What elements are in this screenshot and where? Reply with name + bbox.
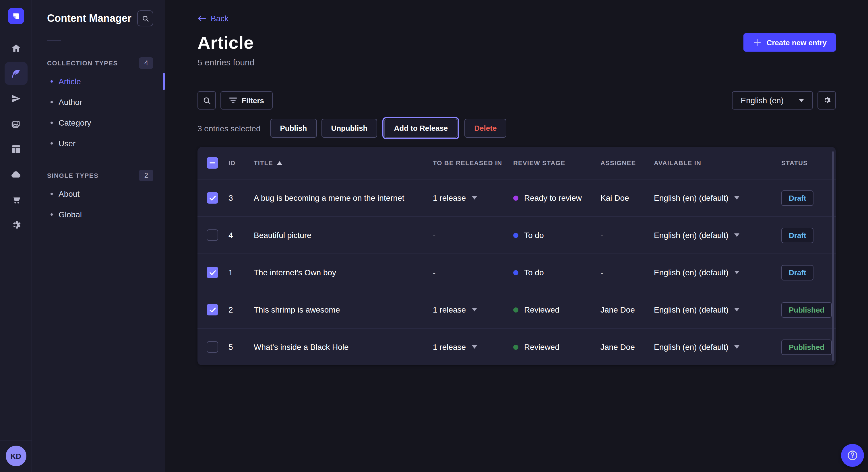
plus-icon — [753, 38, 762, 47]
cell-review-stage: To do — [513, 231, 600, 240]
row-checkbox[interactable] — [207, 304, 218, 315]
settings-gear-icon[interactable] — [4, 213, 27, 236]
table-row[interactable]: 3 A bug is becoming a meme on the intern… — [197, 179, 836, 216]
row-checkbox[interactable] — [207, 192, 218, 204]
unpublish-button[interactable]: Unpublish — [321, 119, 377, 138]
table-row[interactable]: 1 The internet's Own boy - To do - Engli… — [197, 254, 836, 291]
sidebar-item-about[interactable]: About — [32, 183, 165, 204]
view-settings-button[interactable] — [817, 91, 836, 109]
stage-dot-icon — [513, 307, 518, 312]
sidebar-item-author[interactable]: Author — [32, 92, 165, 112]
column-header-to-be-released-in: TO BE RELEASED IN — [433, 160, 513, 166]
status-badge: Draft — [781, 227, 814, 243]
cell-id: 5 — [228, 342, 254, 351]
cell-available-in[interactable]: English (en) (default) — [654, 231, 781, 240]
media-library-images-icon[interactable] — [4, 112, 27, 135]
sidebar-item-category[interactable]: Category — [32, 112, 165, 133]
icon-rail: KD — [0, 0, 32, 472]
delete-button[interactable]: Delete — [464, 119, 506, 138]
chevron-down-icon — [472, 345, 477, 349]
sidebar-item-label: User — [59, 139, 75, 148]
cell-title: The internet's Own boy — [254, 268, 433, 277]
cell-id: 2 — [228, 305, 254, 314]
releases-paper-plane-icon[interactable] — [4, 87, 27, 110]
collection-types-section: COLLECTION TYPES 4 Article Author Catego… — [32, 55, 165, 154]
chevron-down-icon — [734, 308, 739, 311]
sidebar-item-label: About — [59, 189, 80, 198]
add-to-release-button[interactable]: Add to Release — [384, 119, 458, 138]
select-all-checkbox[interactable] — [207, 157, 218, 169]
create-new-entry-button[interactable]: Create new entry — [743, 33, 836, 52]
back-link[interactable]: Back — [197, 14, 228, 23]
entries-table: ID TITLE TO BE RELEASED IN REVIEW STAGE … — [197, 147, 836, 365]
arrow-left-icon — [197, 15, 206, 22]
stage-dot-icon — [513, 344, 518, 349]
row-checkbox[interactable] — [207, 229, 218, 241]
sidebar-title: Content Manager — [47, 12, 131, 24]
page-title: Article — [197, 33, 836, 53]
active-indicator — [163, 73, 165, 90]
chevron-down-icon — [734, 345, 739, 349]
cell-available-in[interactable]: English (en) (default) — [654, 342, 781, 351]
selection-row: 3 entries selected Publish Unpublish Add… — [197, 119, 836, 138]
marketplace-cart-icon[interactable] — [4, 188, 27, 211]
publish-button[interactable]: Publish — [270, 119, 317, 138]
entries-count: 5 entries found — [197, 57, 836, 67]
help-button[interactable] — [841, 444, 864, 467]
cell-title: Beautiful picture — [254, 231, 433, 240]
bullet-icon — [51, 193, 53, 195]
filters-button[interactable]: Filters — [220, 91, 273, 109]
cell-available-in[interactable]: English (en) (default) — [654, 268, 781, 277]
cell-title: What's inside a Black Hole — [254, 342, 433, 351]
sidebar-item-global[interactable]: Global — [32, 204, 165, 225]
sidebar-item-user[interactable]: User — [32, 133, 165, 154]
cell-available-in[interactable]: English (en) (default) — [654, 305, 781, 314]
cell-release: - — [433, 231, 513, 240]
content-type-builder-layout-icon[interactable] — [4, 138, 27, 161]
locale-select[interactable]: English (en) — [732, 91, 813, 109]
row-checkbox[interactable] — [207, 341, 218, 353]
row-checkbox[interactable] — [207, 267, 218, 278]
section-label: COLLECTION TYPES — [47, 60, 118, 67]
chevron-down-icon — [472, 196, 477, 200]
cell-release[interactable]: 1 release — [433, 305, 513, 314]
column-header-title[interactable]: TITLE — [254, 160, 433, 166]
home-icon[interactable] — [4, 37, 27, 60]
main-content: Back Article 5 entries found Create new … — [165, 0, 868, 472]
rail-nav — [4, 37, 27, 239]
cell-title: A bug is becoming a meme on the internet — [254, 193, 433, 202]
table-row[interactable]: 2 This shrimp is awesome 1 release Revie… — [197, 291, 836, 328]
content-manager-feather-icon[interactable] — [4, 62, 27, 85]
column-header-assignee: ASSIGNEE — [600, 160, 654, 166]
search-icon — [142, 14, 149, 22]
stage-dot-icon — [513, 195, 518, 200]
column-header-id[interactable]: ID — [228, 160, 254, 166]
deploy-cloud-icon[interactable] — [4, 163, 27, 186]
bullet-icon — [51, 122, 53, 124]
gear-icon — [822, 96, 831, 105]
chevron-down-icon — [734, 196, 739, 200]
sort-asc-icon — [276, 161, 282, 165]
column-header-status: STATUS — [781, 160, 836, 166]
sidebar-item-article[interactable]: Article — [32, 71, 165, 92]
table-scrollbar[interactable] — [832, 151, 834, 361]
cell-available-in[interactable]: English (en) (default) — [654, 193, 781, 202]
status-badge: Draft — [781, 190, 814, 206]
bullet-icon — [51, 101, 53, 103]
chevron-down-icon — [734, 271, 739, 274]
cell-review-stage: Reviewed — [513, 342, 600, 351]
cell-release[interactable]: 1 release — [433, 193, 513, 202]
table-row[interactable]: 4 Beautiful picture - To do - English (e… — [197, 216, 836, 254]
filter-icon — [229, 97, 237, 104]
search-button[interactable] — [197, 91, 216, 109]
status-badge: Published — [781, 339, 832, 355]
user-avatar[interactable]: KD — [5, 446, 26, 466]
cell-assignee: Kai Doe — [600, 193, 654, 202]
status-badge: Published — [781, 302, 832, 317]
table-row[interactable]: 5 What's inside a Black Hole 1 release R… — [197, 328, 836, 365]
sidebar-search-button[interactable] — [137, 10, 153, 26]
strapi-logo[interactable] — [8, 8, 24, 24]
cell-release[interactable]: 1 release — [433, 342, 513, 351]
selected-count-text: 3 entries selected — [197, 124, 260, 133]
bullet-icon — [51, 142, 53, 144]
